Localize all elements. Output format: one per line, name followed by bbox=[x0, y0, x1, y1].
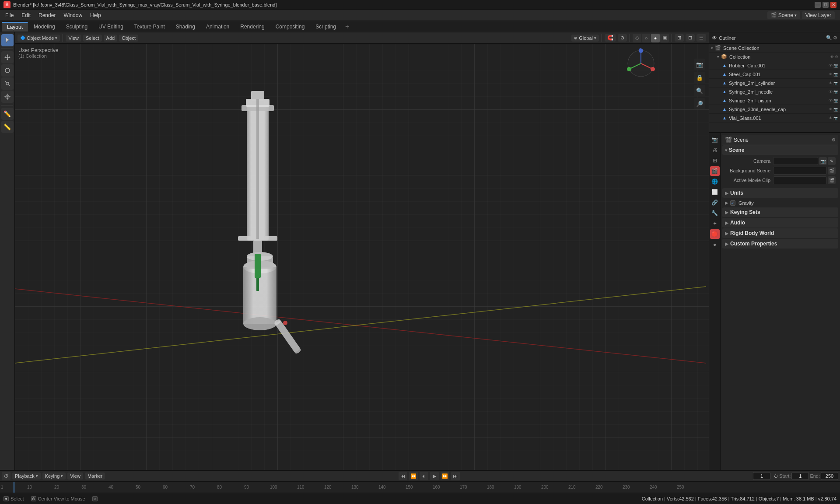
custom-props-header[interactable]: ▶ Custom Properties bbox=[722, 239, 838, 248]
syringe-piston-camera[interactable]: 📷 bbox=[833, 98, 838, 103]
navigation-gizmo[interactable]: X Y Z bbox=[626, 48, 656, 79]
gravity-checkbox[interactable]: ✓ bbox=[730, 200, 735, 206]
object-menu[interactable]: Object bbox=[119, 35, 138, 42]
tab-rendering[interactable]: Rendering bbox=[235, 22, 270, 31]
props-particles-icon[interactable]: ✦ bbox=[710, 219, 720, 228]
props-modifier-icon[interactable]: 🔧 bbox=[710, 208, 720, 218]
props-object-icon[interactable]: ⬜ bbox=[710, 187, 720, 197]
camera-view-icon[interactable]: 📷 bbox=[694, 59, 705, 70]
step-forward-button[interactable]: ⏩ bbox=[441, 472, 449, 480]
outliner-item-syringe-needle[interactable]: ▲ Syringe_2ml_needle 👁 📷 bbox=[709, 88, 840, 96]
jump-back-button[interactable]: ⏪ bbox=[409, 472, 418, 480]
tab-compositing[interactable]: Compositing bbox=[270, 22, 310, 31]
scene-selector[interactable]: 🎬 Scene ▾ bbox=[767, 11, 800, 19]
vial-glass-camera[interactable]: 📷 bbox=[833, 116, 838, 120]
syringe-piston-view[interactable]: 👁 bbox=[829, 98, 833, 103]
syringe-cyl-camera[interactable]: 📷 bbox=[833, 81, 838, 85]
end-frame-input[interactable] bbox=[821, 472, 838, 480]
steel-cap-camera[interactable]: 📷 bbox=[833, 72, 838, 77]
vial-glass-view[interactable]: 👁 bbox=[829, 116, 833, 120]
rendered-shading[interactable]: ▣ bbox=[660, 34, 669, 42]
outliner-item-rubber-cap[interactable]: ▲ Rubber_Cap.001 👁 📷 bbox=[709, 61, 840, 70]
props-options-icon[interactable]: ⚙ bbox=[832, 137, 836, 142]
camera-edit-icon[interactable]: ✎ bbox=[828, 157, 836, 165]
add-workspace-button[interactable]: + bbox=[342, 21, 353, 32]
add-menu[interactable]: Add bbox=[104, 35, 118, 42]
units-section-header[interactable]: ▶ Units bbox=[722, 188, 838, 198]
menu-edit[interactable]: Edit bbox=[18, 11, 34, 19]
move-tool[interactable] bbox=[1, 51, 14, 63]
outliner-item-steel-cap[interactable]: ▲ Steel_Cap.001 👁 📷 bbox=[709, 70, 840, 79]
scene-section-header[interactable]: ▾ Scene bbox=[722, 145, 838, 155]
lock-camera-icon[interactable]: 🔒 bbox=[694, 72, 705, 83]
timeline-clock-icon[interactable]: ⏱ bbox=[2, 472, 10, 480]
start-frame-input[interactable] bbox=[791, 472, 809, 480]
background-scene-icon[interactable]: 🎬 bbox=[828, 167, 836, 175]
current-frame-input[interactable] bbox=[753, 472, 770, 480]
collection-hide-btn[interactable]: ⚙ bbox=[835, 55, 838, 59]
marker-menu[interactable]: Marker bbox=[85, 472, 105, 480]
props-scene-icon[interactable]: 🎬 bbox=[710, 166, 720, 176]
syringe-needle-camera[interactable]: 📷 bbox=[833, 90, 838, 94]
view-layer-selector[interactable]: View Layer bbox=[802, 11, 835, 19]
menu-window[interactable]: Window bbox=[60, 11, 86, 19]
jump-start-button[interactable]: ⏮ bbox=[399, 472, 407, 480]
rigid-body-header[interactable]: ▶ Rigid Body World bbox=[722, 228, 838, 238]
tab-sculpting[interactable]: Sculpting bbox=[61, 22, 93, 31]
play-button[interactable]: ▶ bbox=[430, 472, 439, 480]
tab-animation[interactable]: Animation bbox=[201, 22, 234, 31]
xray-toggle[interactable]: ☰ bbox=[696, 34, 706, 42]
playback-menu[interactable]: Playback ▾ bbox=[12, 472, 41, 480]
viewport-canvas[interactable]: User Perspective (1) Collection bbox=[15, 44, 709, 470]
proportional-edit[interactable]: ⊙ bbox=[618, 34, 627, 42]
movie-clip-value[interactable] bbox=[773, 176, 827, 184]
menu-help[interactable]: Help bbox=[87, 11, 105, 19]
outliner-search-icon[interactable]: 🔍 bbox=[826, 35, 832, 41]
syringe-cyl-view[interactable]: 👁 bbox=[829, 81, 833, 85]
outliner-item-syringe-piston[interactable]: ▲ Syringe_2ml_piston 👁 📷 bbox=[709, 96, 840, 105]
collection-view-btn[interactable]: 👁 bbox=[830, 55, 834, 59]
solid-shading[interactable]: ○ bbox=[642, 34, 651, 42]
transform-tool[interactable] bbox=[1, 91, 14, 103]
syringe-30ml-camera[interactable]: 📷 bbox=[833, 107, 838, 112]
menu-render[interactable]: Render bbox=[35, 11, 59, 19]
outliner-item-scene-collection[interactable]: ▾ 🎬 Scene Collection bbox=[709, 44, 840, 52]
jump-end-button[interactable]: ⏭ bbox=[451, 472, 460, 480]
material-shading[interactable]: ● bbox=[651, 34, 660, 42]
keying-sets-header[interactable]: ▶ Keying Sets bbox=[722, 207, 838, 217]
measure-tool[interactable]: 📏 bbox=[1, 121, 14, 133]
props-constraint-icon[interactable]: 🔗 bbox=[710, 198, 720, 207]
rotate-tool[interactable] bbox=[1, 64, 14, 77]
props-view-layer-icon[interactable]: ⊞ bbox=[710, 156, 720, 165]
zoom-in-icon[interactable]: 🔍 bbox=[694, 85, 705, 96]
rubber-cap-view[interactable]: 👁 bbox=[829, 63, 833, 68]
audio-header[interactable]: ▶ Audio bbox=[722, 218, 838, 228]
overlays-toggle[interactable]: ⊡ bbox=[686, 34, 695, 42]
props-render-icon[interactable]: 📷 bbox=[710, 135, 720, 144]
camera-picker-icon[interactable]: 📷 bbox=[819, 157, 827, 165]
zoom-out-icon[interactable]: 🔎 bbox=[694, 98, 705, 109]
props-output-icon[interactable]: 🖨 bbox=[710, 145, 720, 155]
step-back-button[interactable]: ⏴ bbox=[420, 472, 428, 480]
tab-texture-paint[interactable]: Texture Paint bbox=[129, 22, 170, 31]
syringe-needle-view[interactable]: 👁 bbox=[829, 90, 833, 94]
wireframe-shading[interactable]: ◇ bbox=[633, 34, 641, 42]
close-button[interactable]: ✕ bbox=[830, 2, 836, 8]
tab-shading[interactable]: Shading bbox=[171, 22, 200, 31]
maximize-button[interactable]: □ bbox=[822, 2, 829, 8]
props-world-icon[interactable]: 🌐 bbox=[710, 177, 720, 186]
tab-uv-editing[interactable]: UV Editing bbox=[93, 22, 129, 31]
tab-scripting[interactable]: Scripting bbox=[310, 22, 341, 31]
gizmos-toggle[interactable]: ⊞ bbox=[675, 34, 684, 42]
props-material-icon[interactable]: ● bbox=[710, 240, 720, 249]
minimize-button[interactable]: — bbox=[815, 2, 821, 8]
camera-value[interactable] bbox=[773, 157, 818, 165]
cursor-tool[interactable] bbox=[1, 34, 14, 46]
rubber-cap-camera[interactable]: 📷 bbox=[833, 63, 838, 68]
menu-file[interactable]: File bbox=[2, 11, 17, 19]
background-scene-value[interactable] bbox=[773, 167, 827, 175]
outliner-item-syringe-cylinder[interactable]: ▲ Syringe_2ml_cylinder 👁 📷 bbox=[709, 79, 840, 88]
props-physics-icon[interactable]: 🔴 bbox=[710, 229, 720, 239]
tab-layout[interactable]: Layout bbox=[2, 22, 28, 32]
outliner-filter-icon[interactable]: ⚙ bbox=[833, 35, 837, 41]
